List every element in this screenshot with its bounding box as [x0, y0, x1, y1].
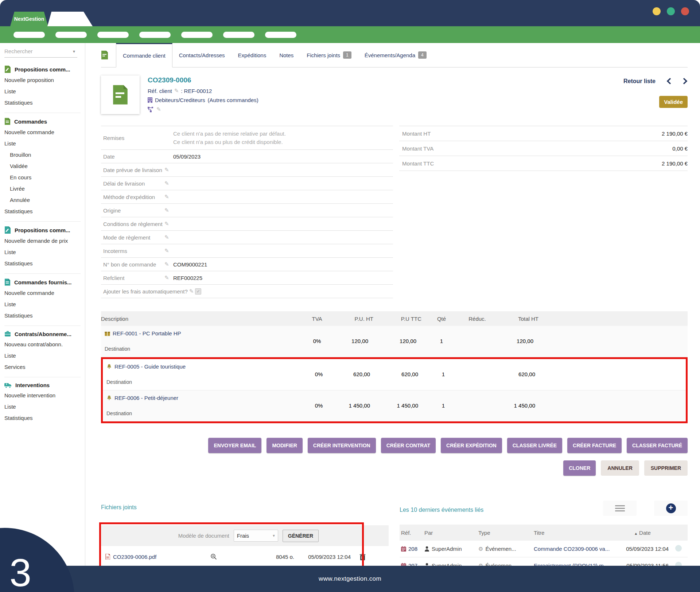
trash-icon[interactable] — [359, 553, 389, 560]
frais-auto-checkbox[interactable]: ✓ — [195, 288, 201, 295]
sidebar-item[interactable]: Nouvelle commande — [4, 287, 81, 299]
sidebar-item[interactable]: Nouvelle intervention — [4, 390, 81, 401]
action-button[interactable]: CLASSER FACTURÉ — [627, 438, 688, 453]
edit-pencil-icon[interactable]: ✎ — [189, 288, 194, 295]
edit-pencil-icon[interactable]: ✎ — [174, 87, 179, 94]
form-row-date-prevue: Date prévue de livraison ✎ — [101, 163, 393, 177]
edit-pencil-icon[interactable]: ✎ — [164, 261, 169, 267]
event-row[interactable]: 208 SuperAdmin ⚙ Év — [400, 541, 688, 557]
order-lines-header: Description TVA P.U. HT P.U TTC Qté Rédu… — [101, 311, 688, 326]
edit-pencil-icon[interactable]: ✎ — [164, 248, 169, 254]
sidebar-item[interactable]: En cours — [4, 172, 81, 183]
form-row-date: Date 05/09/2023 — [101, 150, 393, 163]
action-button[interactable]: CRÉER CONTRAT — [381, 438, 436, 453]
annuler-button[interactable]: ANNULER — [601, 460, 639, 476]
cloner-button[interactable]: CLONER — [563, 460, 596, 476]
sidebar-item[interactable]: Liste — [4, 350, 81, 361]
tab[interactable]: Contacts/Adresses — [172, 43, 232, 67]
date-sort-header[interactable]: ▲Date — [611, 530, 672, 536]
tab[interactable]: Notes — [273, 43, 300, 67]
action-button[interactable]: ENVOYER EMAIL — [208, 438, 261, 453]
add-event-button[interactable]: + — [654, 501, 688, 516]
nav-item-redacted[interactable] — [181, 32, 213, 38]
nav-item-redacted[interactable] — [55, 32, 87, 38]
action-button[interactable]: CRÉER EXPÉDITION — [441, 438, 502, 453]
edit-pencil-icon[interactable]: ✎ — [156, 106, 161, 113]
action-button[interactable]: CRÉER INTERVENTION — [308, 438, 376, 453]
total-row-ht: Montant HT 2 190,00 € — [399, 126, 688, 141]
sidebar-search[interactable]: Rechercher ▾ — [4, 48, 77, 58]
action-button[interactable]: MODIFIER — [267, 438, 302, 453]
montant-ht-value: 2 190,00 € — [662, 131, 688, 137]
sidebar-item[interactable]: Validée — [4, 160, 81, 172]
action-button[interactable]: CLASSER LIVRÉE — [507, 438, 562, 453]
sidebar-item[interactable]: Annulée — [4, 194, 81, 206]
sidebar-section-label: Interventions — [15, 382, 50, 388]
interventions-icon — [4, 382, 12, 388]
nav-item-redacted[interactable] — [223, 32, 254, 38]
back-to-list: Retour liste — [623, 78, 688, 85]
total-row-tva: Montant TVA 0,00 € — [399, 141, 688, 156]
back-to-list-link[interactable]: Retour liste — [623, 78, 656, 85]
edit-pencil-icon[interactable]: ✎ — [164, 234, 169, 240]
generer-button[interactable]: GÉNÉRER — [283, 530, 319, 542]
sidebar-item[interactable]: Statistiques — [4, 258, 81, 269]
window-dot-red[interactable] — [681, 7, 689, 15]
sidebar-item[interactable]: Liste — [4, 86, 81, 97]
sidebar-item[interactable]: Statistiques — [4, 412, 81, 424]
sidebar-item[interactable]: Nouvelle demande de prix — [4, 235, 81, 246]
edit-pencil-icon[interactable]: ✎ — [164, 221, 169, 227]
montant-tva-value: 0,00 € — [672, 145, 688, 152]
tab[interactable]: Expéditions — [232, 43, 273, 67]
sidebar-item[interactable]: Liste — [4, 138, 81, 149]
footer-bar: www.nextgestion.com — [0, 566, 700, 592]
window-dot-green[interactable] — [667, 7, 675, 15]
main-content: Commande client Contacts/Adresses Expédi… — [85, 43, 700, 566]
edit-pencil-icon[interactable]: ✎ — [164, 180, 169, 186]
nav-item-redacted[interactable] — [13, 32, 45, 38]
sidebar-item[interactable]: Livrée — [4, 183, 81, 194]
tab[interactable]: Événements/Agenda 4 — [358, 43, 433, 67]
supprimer-button[interactable]: SUPPRIMER — [644, 460, 688, 476]
preview-magnifier-icon[interactable] — [210, 553, 245, 560]
edit-pencil-icon[interactable]: ✎ — [164, 207, 169, 213]
product-link[interactable]: REF-0001 - PC Portable HP — [113, 330, 181, 336]
hierarchy-icon[interactable] — [148, 107, 153, 112]
sidebar-item[interactable]: Statistiques — [4, 97, 81, 108]
brand-tab[interactable]: NextGestion — [10, 12, 48, 26]
client-link[interactable]: Debiteurs/Crediteurs — [155, 97, 205, 103]
event-title-link[interactable]: Commande CO2309-0006 va... — [534, 546, 610, 552]
redacted-tab[interactable] — [47, 12, 93, 26]
edit-pencil-icon[interactable]: ✎ — [164, 167, 169, 173]
montant-ttc-value: 2 190,00 € — [662, 160, 688, 167]
sidebar-item[interactable]: Statistiques — [4, 206, 81, 217]
list-view-button[interactable] — [603, 501, 637, 516]
chevron-right-icon[interactable] — [682, 78, 688, 85]
product-link[interactable]: REF-0006 - Petit-déjeuner — [114, 395, 178, 401]
sidebar-item[interactable]: Liste — [4, 246, 81, 258]
edit-pencil-icon[interactable]: ✎ — [164, 274, 169, 281]
action-button[interactable]: CRÉER FACTURE — [567, 438, 622, 453]
document-template-select[interactable]: Frais ▾ — [234, 530, 278, 542]
sidebar-item[interactable]: Liste — [4, 401, 81, 412]
sidebar-item[interactable]: Nouvelle commande — [4, 126, 81, 138]
tab[interactable]: Commande client — [116, 43, 172, 67]
nav-item-redacted[interactable] — [139, 32, 171, 38]
product-link[interactable]: REF-0005 - Guide touristique — [114, 363, 186, 370]
sidebar-item[interactable]: Nouveau contrat/abonn. — [4, 339, 81, 350]
sidebar-item[interactable]: Statistiques — [4, 310, 81, 321]
order-number: CO2309-0006 — [148, 76, 258, 84]
form-row-delai: Délai de livraison ✎ — [101, 177, 393, 190]
sidebar-item[interactable]: Services — [4, 361, 81, 373]
sidebar-item[interactable]: Liste — [4, 299, 81, 310]
attachment-file-link[interactable]: CO2309-0006.pdf — [113, 554, 156, 560]
window-dot-yellow[interactable] — [653, 7, 661, 15]
nav-item-redacted[interactable] — [265, 32, 296, 38]
tab[interactable]: Fichiers joints 1 — [300, 43, 358, 67]
events-title: Les 10 derniers événements liés — [400, 507, 483, 513]
sidebar-item[interactable]: Nouvelle proposition — [4, 74, 81, 86]
sidebar-item[interactable]: Brouillon — [4, 149, 81, 160]
chevron-left-icon[interactable] — [666, 78, 672, 85]
nav-item-redacted[interactable] — [97, 32, 129, 38]
edit-pencil-icon[interactable]: ✎ — [164, 194, 169, 200]
